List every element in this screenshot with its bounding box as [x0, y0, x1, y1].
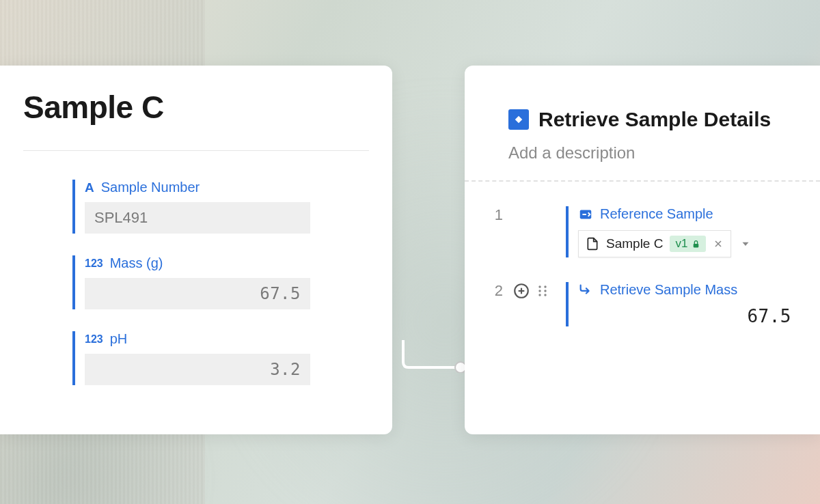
- workflow-title-row: Retrieve Sample Details: [508, 108, 791, 131]
- reference-chip-row: Sample C v1: [578, 230, 791, 257]
- svg-point-19: [538, 285, 541, 288]
- module-icon: [508, 109, 529, 130]
- step-label: Retrieve Sample Mass: [578, 282, 791, 298]
- svg-point-20: [544, 285, 546, 288]
- svg-point-21: [538, 290, 541, 292]
- sample-number-field: A Sample Number SPL491: [72, 180, 310, 234]
- sample-number-label: A Sample Number: [85, 180, 310, 195]
- number-type-icon: 123: [85, 333, 103, 346]
- step-result-value: 67.5: [578, 306, 791, 326]
- chip-name: Sample C: [606, 236, 663, 251]
- svg-rect-12: [694, 243, 699, 247]
- workflow-panel: Retrieve Sample Details Add a descriptio…: [465, 66, 820, 434]
- step-label-text: Reference Sample: [600, 206, 713, 222]
- sample-reference-chip[interactable]: Sample C v1: [578, 230, 731, 257]
- mass-value[interactable]: 67.5: [85, 278, 310, 309]
- ph-field: 123 pH 3.2: [72, 331, 310, 385]
- step-tools: [512, 282, 556, 300]
- field-label-text: Sample Number: [101, 180, 200, 195]
- workflow-step: 1 Reference Sample: [488, 206, 791, 257]
- version-badge: v1: [670, 236, 706, 252]
- drag-handle-icon[interactable]: [537, 283, 548, 299]
- retrieve-icon: [578, 283, 593, 298]
- step-number: 1: [488, 206, 503, 224]
- sample-number-value[interactable]: SPL491: [85, 202, 310, 234]
- step-number: 2: [488, 282, 503, 300]
- lock-icon: [692, 240, 700, 249]
- svg-point-24: [544, 294, 546, 296]
- step-body: Retrieve Sample Mass 67.5: [566, 282, 791, 326]
- step-label: Reference Sample: [578, 206, 791, 222]
- sample-field-group: A Sample Number SPL491 123 Mass (g) 67.5…: [23, 180, 310, 385]
- mass-label: 123 Mass (g): [85, 255, 310, 271]
- document-icon: [586, 236, 599, 251]
- workflow-description[interactable]: Add a description: [508, 143, 791, 163]
- step-body: Reference Sample Sample C v1: [566, 206, 791, 257]
- svg-marker-15: [743, 242, 749, 246]
- field-label-text: Mass (g): [110, 255, 163, 271]
- step-label-text: Retrieve Sample Mass: [600, 282, 737, 298]
- workflow-title: Retrieve Sample Details: [538, 108, 771, 131]
- add-step-button[interactable]: [512, 282, 530, 300]
- chip-dropdown-caret[interactable]: [739, 238, 752, 250]
- workflow-step: 2 Retrieve Sample Mass: [488, 282, 791, 326]
- mass-field: 123 Mass (g) 67.5: [72, 255, 310, 309]
- workflow-header: Retrieve Sample Details Add a descriptio…: [465, 66, 820, 182]
- svg-marker-1: [515, 116, 523, 124]
- text-type-icon: A: [85, 180, 94, 195]
- ph-label: 123 pH: [85, 331, 310, 347]
- sample-title: Sample C: [23, 89, 369, 151]
- svg-point-22: [544, 290, 546, 292]
- number-type-icon: 123: [85, 257, 103, 270]
- sample-detail-panel: Sample C A Sample Number SPL491 123 Mass…: [0, 66, 392, 434]
- field-label-text: pH: [110, 331, 128, 347]
- svg-point-23: [538, 294, 541, 296]
- workflow-steps: 1 Reference Sample: [465, 182, 820, 326]
- ph-value[interactable]: 3.2: [85, 354, 310, 385]
- version-text: v1: [675, 237, 687, 251]
- reference-icon: [578, 207, 593, 222]
- remove-chip-button[interactable]: [713, 238, 724, 249]
